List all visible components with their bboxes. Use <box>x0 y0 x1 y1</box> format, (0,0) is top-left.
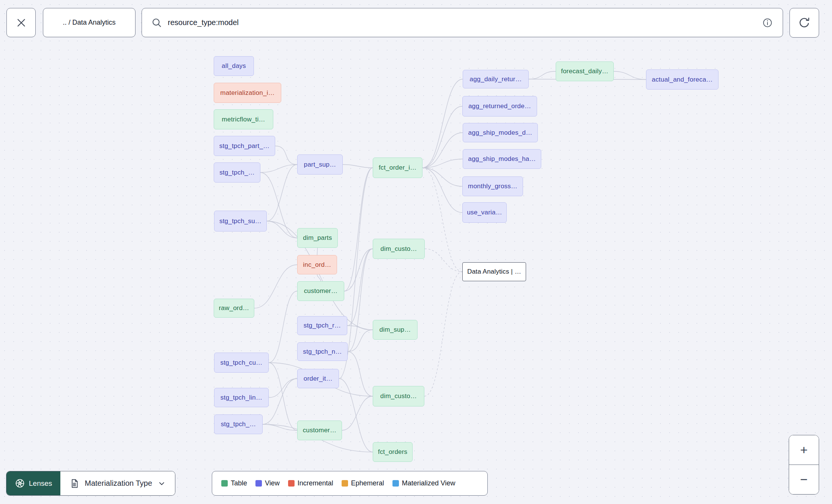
legend-item: Table <box>221 479 247 487</box>
graph-node-dim_parts[interactable]: dim_parts <box>297 228 338 248</box>
lineage-edge <box>343 165 373 168</box>
lineage-edge <box>422 133 463 168</box>
lineage-edge <box>348 352 373 397</box>
zoom-controls: + − <box>789 435 819 495</box>
legend-swatch <box>255 480 262 487</box>
breadcrumb-label: .. / Data Analytics <box>63 19 115 27</box>
graph-node-stg_tpch_b[interactable]: stg_tpch_… <box>214 414 263 434</box>
materialization-legend: TableViewIncrementalEphemeralMaterialize… <box>212 471 488 496</box>
zoom-in-button[interactable]: + <box>789 435 819 465</box>
graph-node-data_analytics[interactable]: Data Analytics | … <box>462 262 526 281</box>
lenses-label: Lenses <box>29 479 52 488</box>
graph-node-forecast_daily[interactable]: forecast_daily… <box>556 61 614 81</box>
graph-node-raw_ord[interactable]: raw_ord… <box>214 299 254 318</box>
graph-node-agg_ship_modes_d[interactable]: agg_ship_modes_d… <box>463 123 538 142</box>
graph-node-agg_daily_retur[interactable]: agg_daily_retur… <box>463 70 529 88</box>
lenses-button[interactable]: Lenses <box>6 471 60 495</box>
search-icon <box>151 17 162 28</box>
graph-node-materialization_i[interactable]: materialization_i… <box>214 83 281 103</box>
graph-node-order_it[interactable]: order_it… <box>297 369 339 388</box>
graph-node-actual_and_foreca[interactable]: actual_and_foreca… <box>646 69 719 90</box>
close-icon <box>16 17 27 28</box>
lineage-edge <box>348 249 373 352</box>
lineage-edge <box>317 274 321 281</box>
lineage-edge <box>422 106 462 168</box>
lineage-edge <box>348 330 373 352</box>
legend-item: Incremental <box>288 479 333 487</box>
search-input[interactable] <box>168 18 762 27</box>
breadcrumb[interactable]: .. / Data Analytics <box>43 8 136 37</box>
lineage-edge <box>347 249 373 326</box>
refresh-button[interactable] <box>789 8 819 38</box>
legend-label: Materialized View <box>402 479 455 487</box>
graph-node-customer_a[interactable]: customer… <box>297 281 344 301</box>
graph-node-stg_tpch_part[interactable]: stg_tpch_part_… <box>214 136 275 156</box>
graph-node-stg_tpch_r[interactable]: stg_tpch_r… <box>297 316 347 335</box>
lens-control: Lenses Materialization Type <box>6 471 175 496</box>
legend-swatch <box>392 480 399 487</box>
lineage-edge-dashed <box>425 249 462 272</box>
document-icon <box>69 479 79 488</box>
graph-node-all_days[interactable]: all_days <box>214 56 254 76</box>
graph-node-stg_tpch_su[interactable]: stg_tpch_su… <box>214 211 267 232</box>
graph-node-dim_sup[interactable]: dim_sup… <box>373 320 418 340</box>
lineage-edge <box>269 291 297 363</box>
lineage-edge <box>263 424 297 430</box>
lineage-edge <box>260 165 297 173</box>
graph-node-stg_tpch_n[interactable]: stg_tpch_n… <box>297 342 348 361</box>
lineage-edge <box>254 265 297 309</box>
legend-label: Ephemeral <box>351 479 384 487</box>
lens-dropdown-value: Materialization Type <box>85 479 152 488</box>
graph-node-dim_custo_a[interactable]: dim_custo… <box>373 239 425 259</box>
legend-label: Incremental <box>298 479 333 487</box>
legend-item: Materialized View <box>392 479 455 487</box>
lineage-edge <box>275 146 297 165</box>
lineage-edge <box>422 159 463 168</box>
search-bar[interactable] <box>142 8 783 37</box>
lineage-edge <box>269 363 297 431</box>
graph-node-fct_order_i[interactable]: fct_order_i… <box>373 158 422 178</box>
graph-node-monthly_gross[interactable]: monthly_gross… <box>462 176 523 196</box>
lineage-edge <box>267 221 297 238</box>
refresh-icon <box>798 16 811 29</box>
graph-node-stg_tpch_cu[interactable]: stg_tpch_cu… <box>214 353 269 373</box>
graph-node-inc_ord[interactable]: inc_ord… <box>297 255 337 274</box>
lineage-edge <box>317 248 318 255</box>
legend-swatch <box>221 480 228 487</box>
lens-dropdown[interactable]: Materialization Type <box>60 471 175 495</box>
graph-node-use_varia[interactable]: use_varia… <box>462 202 507 223</box>
legend-swatch <box>288 480 295 487</box>
lineage-edge-dashed <box>424 272 462 396</box>
close-button[interactable] <box>6 8 36 37</box>
lineage-edge <box>344 168 373 291</box>
aperture-icon <box>15 478 25 488</box>
graph-node-agg_returned_orde[interactable]: agg_returned_orde… <box>462 96 537 117</box>
lineage-edge <box>529 71 556 79</box>
graph-node-agg_ship_modes_ha[interactable]: agg_ship_modes_ha… <box>463 149 541 169</box>
chevron-down-icon <box>158 479 166 488</box>
lineage-edge <box>347 326 373 330</box>
graph-node-customer_b[interactable]: customer… <box>297 421 342 440</box>
legend-swatch <box>342 480 348 487</box>
lineage-edge <box>422 168 462 186</box>
lineage-edge <box>269 379 297 398</box>
lineage-edge <box>344 249 373 291</box>
legend-item: View <box>255 479 280 487</box>
legend-item: Ephemeral <box>342 479 384 487</box>
graph-node-stg_tpch_lin[interactable]: stg_tpch_lin… <box>214 388 269 407</box>
legend-label: View <box>265 479 280 487</box>
lineage-edge <box>339 379 373 452</box>
graph-node-metricflow_ti[interactable]: metricflow_ti… <box>214 109 273 129</box>
lineage-edge-dashed <box>422 168 462 272</box>
legend-label: Table <box>231 479 247 487</box>
graph-node-dim_custo_b[interactable]: dim_custo… <box>373 386 424 406</box>
info-icon[interactable] <box>762 17 773 28</box>
zoom-out-button[interactable]: − <box>789 465 819 494</box>
lineage-edge <box>614 71 646 80</box>
lineage-edge <box>342 396 373 430</box>
graph-node-stg_tpch_a[interactable]: stg_tpch_… <box>214 162 260 183</box>
graph-node-part_sup[interactable]: part_sup… <box>297 154 343 175</box>
lineage-edge <box>422 79 463 168</box>
graph-node-fct_orders[interactable]: fct_orders <box>373 442 413 462</box>
lineage-edge <box>267 165 297 221</box>
